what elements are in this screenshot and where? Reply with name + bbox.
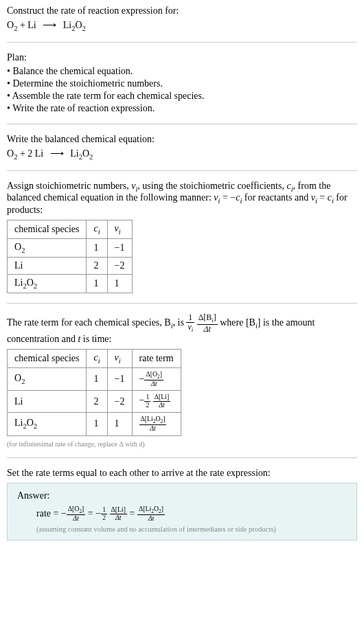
list-item: • Determine the stoichiometric numbers. bbox=[7, 78, 357, 89]
stoichiometry-table: chemical species ci νi O2 1 −1 Li 2 −2 L… bbox=[7, 220, 133, 293]
table-header-row: chemical species ci νi rate term bbox=[8, 349, 181, 367]
divider bbox=[7, 457, 357, 458]
assign-text: Assign stoichiometric numbers, νi, using… bbox=[7, 181, 357, 216]
table-row: Li2O2 1 1 bbox=[8, 274, 133, 293]
plan-section: Plan: • Balance the chemical equation. •… bbox=[7, 52, 357, 114]
fraction: 1νi bbox=[186, 313, 194, 334]
rate-table: chemical species ci νi rate term O2 1 −1… bbox=[7, 349, 181, 436]
plan-list: • Balance the chemical equation. • Deter… bbox=[7, 66, 357, 114]
final-section: Set the rate terms equal to each other t… bbox=[7, 468, 357, 541]
arrow-icon: ⟶ bbox=[50, 148, 64, 159]
balanced-section: Write the balanced chemical equation: O2… bbox=[7, 134, 357, 161]
answer-equation: rate = −Δ[O2]Δt = −12 Δ[Li]Δt = Δ[Li2O2]… bbox=[36, 505, 347, 523]
rateterm-text: The rate term for each chemical species,… bbox=[7, 313, 357, 345]
divider bbox=[7, 124, 357, 124]
table-row: Li 2 −2 bbox=[8, 257, 133, 274]
answer-box: Answer: rate = −Δ[O2]Δt = −12 Δ[Li]Δt = … bbox=[7, 483, 357, 541]
plan-heading: Plan: bbox=[7, 52, 357, 63]
table-row: Li2O2 1 1 Δ[Li2O2]Δt bbox=[8, 412, 181, 435]
table-row: O2 1 −1 bbox=[8, 238, 133, 257]
table-row: O2 1 −1 −Δ[O2]Δt bbox=[8, 367, 181, 391]
col-nui: νi bbox=[107, 349, 132, 367]
answer-note: (assuming constant volume and no accumul… bbox=[36, 525, 347, 533]
final-heading: Set the rate terms equal to each other t… bbox=[7, 468, 357, 479]
col-ci: ci bbox=[87, 220, 107, 239]
table-row: Li 2 −2 −12 Δ[Li]Δt bbox=[8, 391, 181, 413]
divider bbox=[7, 303, 357, 304]
rateterm-section: The rate term for each chemical species,… bbox=[7, 313, 357, 448]
list-item: • Balance the chemical equation. bbox=[7, 66, 357, 77]
col-species: chemical species bbox=[8, 220, 87, 239]
col-rate: rate term bbox=[132, 349, 181, 367]
balanced-equation: O2 + 2 Li ⟶ Li2O2 bbox=[7, 148, 357, 161]
list-item: • Assemble the rate term for each chemic… bbox=[7, 91, 357, 102]
table-note: (for infinitesimal rate of change, repla… bbox=[7, 440, 357, 448]
prompt-text: Construct the rate of reaction expressio… bbox=[7, 5, 357, 16]
divider bbox=[7, 170, 357, 171]
assign-section: Assign stoichiometric numbers, νi, using… bbox=[7, 181, 357, 293]
intro-section: Construct the rate of reaction expressio… bbox=[7, 5, 357, 32]
balanced-heading: Write the balanced chemical equation: bbox=[7, 134, 357, 145]
col-nui: νi bbox=[107, 220, 132, 239]
col-ci: ci bbox=[87, 349, 107, 367]
col-species: chemical species bbox=[8, 349, 87, 367]
arrow-icon: ⟶ bbox=[43, 19, 56, 31]
table-header-row: chemical species ci νi bbox=[8, 220, 133, 239]
unbalanced-equation: O2 + Li ⟶ Li2O2 bbox=[7, 19, 357, 32]
fraction: Δ[Bi]Δt bbox=[197, 313, 218, 334]
divider bbox=[7, 42, 357, 43]
answer-label: Answer: bbox=[17, 490, 347, 501]
list-item: • Write the rate of reaction expression. bbox=[7, 103, 357, 114]
